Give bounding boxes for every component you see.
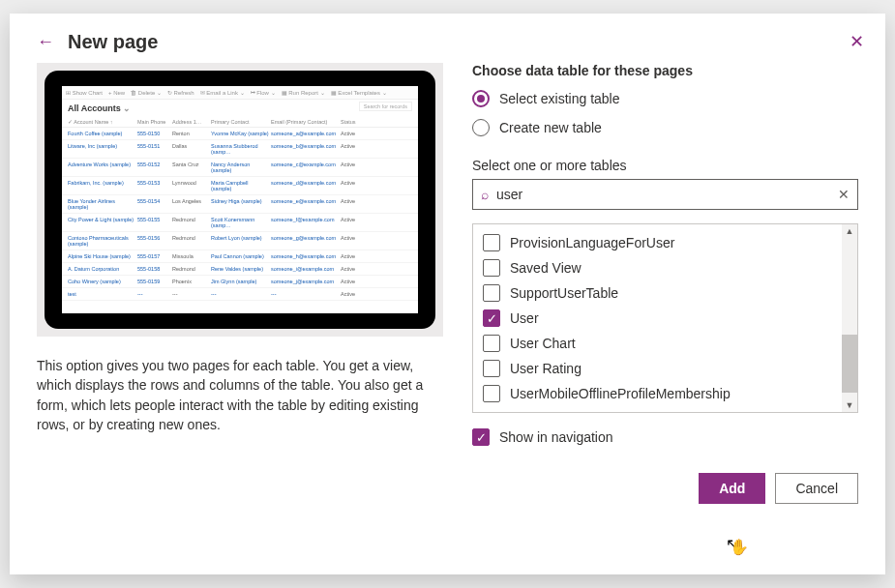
dialog-header: ← New page xyxy=(37,31,858,53)
table-checkbox[interactable] xyxy=(483,309,500,327)
new-page-dialog: ← New page ✕ ⊞ Show Chart+ New🗑 Delete ⌄… xyxy=(10,14,885,574)
option-description: This option gives you two pages for each… xyxy=(37,356,443,434)
show-nav-checkbox[interactable] xyxy=(472,428,490,446)
search-icon: ⌕ xyxy=(481,187,489,202)
table-option[interactable]: User xyxy=(477,306,838,331)
preview-thumbnail: ⊞ Show Chart+ New🗑 Delete ⌄↻ Refresh✉ Em… xyxy=(37,63,443,337)
scroll-thumb[interactable] xyxy=(842,335,857,393)
clear-search-icon[interactable]: ✕ xyxy=(838,187,850,202)
table-checkbox[interactable] xyxy=(483,284,500,302)
table-option-label: Saved View xyxy=(510,260,582,276)
cursor-pointer-icon: ↖✋ xyxy=(726,535,758,553)
select-tables-label: Select one or more tables xyxy=(472,158,858,173)
dialog-footer: Add Cancel xyxy=(472,473,858,504)
table-option[interactable]: SupportUserTable xyxy=(477,280,838,306)
cancel-button[interactable]: Cancel xyxy=(775,473,858,504)
preview-search: Search for records xyxy=(359,102,412,111)
left-column: ⊞ Show Chart+ New🗑 Delete ⌄↻ Refresh✉ Em… xyxy=(37,63,443,504)
table-option[interactable]: Saved View xyxy=(477,255,838,280)
radio-select-existing[interactable]: Select existing table xyxy=(472,90,858,107)
table-checkbox[interactable] xyxy=(483,385,500,402)
table-option-label: User Rating xyxy=(510,361,582,376)
radio-icon xyxy=(472,90,490,107)
table-option[interactable]: User Rating xyxy=(477,356,838,381)
show-in-navigation-row[interactable]: Show in navigation xyxy=(472,428,858,446)
dialog-title: New page xyxy=(68,31,158,53)
radio-label: Create new table xyxy=(499,120,602,135)
radio-icon xyxy=(472,119,490,136)
table-option-label: ProvisionLanguageForUser xyxy=(510,235,674,250)
table-checkbox[interactable] xyxy=(483,234,500,251)
radio-create-new[interactable]: Create new table xyxy=(472,119,858,136)
table-option[interactable]: User Chart xyxy=(477,331,838,356)
show-nav-label: Show in navigation xyxy=(499,429,613,445)
table-option-label: User xyxy=(510,310,539,326)
radio-label: Select existing table xyxy=(499,91,620,106)
tables-list: ProvisionLanguageForUserSaved ViewSuppor… xyxy=(472,223,858,413)
table-checkbox[interactable] xyxy=(483,335,500,352)
table-search-input[interactable] xyxy=(494,186,838,203)
scroll-down-icon[interactable]: ▼ xyxy=(846,398,854,412)
table-option[interactable]: ProvisionLanguageForUser xyxy=(477,230,838,255)
back-arrow-icon[interactable]: ← xyxy=(37,32,54,52)
table-checkbox[interactable] xyxy=(483,360,500,377)
table-option-label: SupportUserTable xyxy=(510,285,618,301)
table-option-label: User Chart xyxy=(510,336,576,351)
table-option[interactable]: UserMobileOfflineProfileMembership xyxy=(477,381,838,406)
right-column: Choose data table for these pages Select… xyxy=(472,63,858,504)
table-option-label: UserMobileOfflineProfileMembership xyxy=(510,386,731,401)
choose-data-heading: Choose data table for these pages xyxy=(472,63,858,78)
add-button[interactable]: Add xyxy=(699,473,765,504)
list-scrollbar[interactable]: ▲ ▼ xyxy=(842,224,857,412)
scroll-up-icon[interactable]: ▲ xyxy=(846,224,854,238)
close-icon[interactable]: ✕ xyxy=(850,31,864,52)
table-checkbox[interactable] xyxy=(483,259,500,277)
table-search-box[interactable]: ⌕ ✕ xyxy=(472,179,858,210)
